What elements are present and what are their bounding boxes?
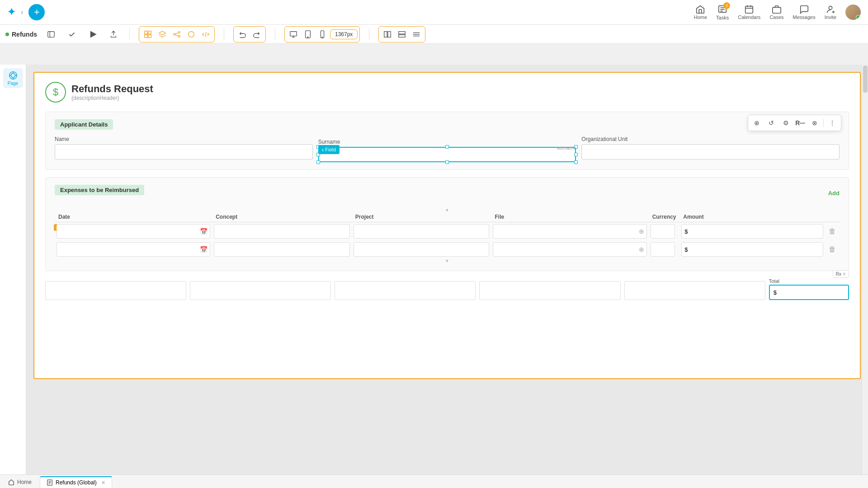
page-label: Page	[8, 81, 18, 86]
table-scroll-down[interactable]: ▼	[55, 258, 840, 263]
total-input[interactable]	[777, 289, 844, 296]
rx-close-icon[interactable]: ✕	[842, 272, 846, 277]
play-button[interactable]	[86, 28, 99, 41]
play-icon	[89, 30, 97, 38]
amount-wrap-2: $	[681, 242, 823, 257]
move-tool-button[interactable]: ⊕	[751, 117, 763, 129]
svg-rect-15	[145, 31, 147, 33]
amount-input-wrap-1: $	[681, 224, 823, 239]
mobile-view-button[interactable]	[316, 28, 329, 41]
bottom-cell-5	[624, 281, 765, 300]
layout-2-button[interactable]	[395, 28, 409, 41]
cases-icon	[772, 5, 782, 14]
circle-icon	[187, 30, 195, 38]
date-input-wrap-1: 📅	[57, 224, 210, 239]
surname-input[interactable]	[318, 147, 576, 162]
grid-tool-button[interactable]	[141, 28, 155, 41]
sel-handle-br	[574, 160, 578, 164]
date-input-1[interactable]	[57, 224, 210, 239]
file-input-1[interactable]	[493, 224, 646, 239]
currency-cell-2	[649, 240, 680, 258]
undo-icon	[238, 30, 246, 38]
page-sidebar-item[interactable]: Page	[3, 68, 23, 88]
flow-tool-button[interactable]	[170, 28, 184, 41]
currency-input-1[interactable]	[651, 224, 675, 239]
tablet-view-button[interactable]	[301, 28, 315, 41]
sidebar-item-home[interactable]: Home	[694, 5, 707, 20]
scrollbar-thumb[interactable]	[863, 66, 868, 93]
viewport-size-display[interactable]: 1367px	[330, 29, 358, 39]
export-button[interactable]	[107, 28, 120, 41]
concept-input-1[interactable]	[214, 224, 350, 239]
float-toolbar-sep	[823, 119, 824, 127]
tab-refunds-label: Refunds (Global)	[56, 479, 97, 486]
surname-field-group: Field surname Surname	[318, 136, 576, 162]
sidebar-item-tasks[interactable]: 7 Tasks	[716, 4, 729, 20]
surname-field-label-top: surname	[557, 145, 576, 150]
desktop-view-button[interactable]	[287, 28, 300, 41]
save-button[interactable]	[65, 28, 79, 41]
layers-tool-button[interactable]	[156, 28, 169, 41]
tab-home[interactable]: Home	[2, 476, 38, 488]
name-input[interactable]	[55, 144, 313, 160]
concept-input-2[interactable]	[214, 242, 350, 257]
layout-3-button[interactable]	[410, 28, 423, 41]
delete-row-2-button[interactable]: 🗑	[827, 245, 838, 253]
date-cell-2: 📅	[55, 240, 212, 258]
calendar-icon	[744, 5, 754, 14]
svg-line-26	[205, 32, 206, 37]
sidebar-item-cases[interactable]: Cases	[769, 5, 783, 20]
layout-1-button[interactable]	[381, 28, 394, 41]
date-cell-1: Js 📅	[55, 222, 212, 241]
settings-tool-button[interactable]: ⚙	[780, 117, 792, 129]
sidebar-item-calendars[interactable]: Calendars	[738, 5, 760, 20]
delete-row-1-button[interactable]: 🗑	[827, 227, 838, 235]
expenses-header: Expenses to be Reimbursed Add	[55, 185, 840, 202]
nav-expand-icon[interactable]: ›	[21, 8, 23, 16]
svg-rect-4	[745, 6, 753, 14]
expenses-table: Date Concept Project File Currency Amoun…	[55, 212, 840, 258]
layout-mixed-icon	[412, 30, 420, 38]
sidebar-icon-btn	[47, 30, 55, 38]
rotate-tool-button[interactable]: ↺	[765, 117, 777, 129]
field-float-toolbar: ⊕ ↺ ⚙ R∞∞ ⊗ ⋮	[748, 115, 841, 131]
project-cell-1	[352, 222, 491, 241]
link-tool-button[interactable]: ⊗	[809, 117, 821, 129]
redo-button[interactable]	[250, 28, 264, 41]
file-add-icon-2[interactable]: ⊕	[639, 246, 644, 253]
total-group: Rx ✕ Total $	[769, 278, 849, 300]
undo-button[interactable]	[236, 28, 249, 41]
more-tool-button[interactable]: ⋮	[826, 117, 838, 129]
tab-refunds[interactable]: Refunds (Global) ✕	[40, 476, 112, 488]
sidebar-item-invite[interactable]: Invite	[825, 5, 836, 20]
col-project: Project	[352, 212, 491, 222]
code-tool-button[interactable]	[199, 28, 212, 41]
svg-line-23	[175, 33, 178, 34]
sidebar-item-messages[interactable]: Messages	[793, 5, 816, 20]
user-avatar[interactable]	[845, 5, 861, 20]
project-input-1[interactable]	[354, 224, 490, 239]
file-cell-2: ⊕	[491, 240, 648, 258]
amount-input-1[interactable]	[688, 228, 820, 235]
table-scroll-up[interactable]: ▲	[55, 207, 840, 212]
cases-label: Cases	[769, 14, 783, 20]
home-icon	[695, 5, 705, 14]
new-item-button[interactable]: +	[28, 4, 45, 20]
amount-input-2[interactable]	[688, 246, 820, 253]
bottom-cell-1	[45, 281, 186, 300]
org-unit-input[interactable]	[581, 144, 840, 160]
date-input-2[interactable]	[57, 242, 210, 257]
toolbar-sep-2	[224, 28, 224, 40]
sidebar-toggle-button[interactable]	[44, 28, 58, 41]
currency-input-2[interactable]	[651, 242, 675, 257]
shape-tool-button[interactable]	[184, 28, 198, 41]
project-cell-2	[352, 240, 491, 258]
formula-tool-button[interactable]: R∞∞	[794, 117, 806, 129]
project-input-2[interactable]	[354, 242, 490, 257]
export-icon	[109, 30, 118, 38]
file-add-icon-1[interactable]: ⊕	[639, 228, 644, 235]
add-expense-button[interactable]: Add	[828, 190, 840, 197]
file-input-2[interactable]	[493, 242, 646, 257]
scrollbar[interactable]	[862, 65, 868, 474]
tab-close-button[interactable]: ✕	[101, 480, 105, 486]
